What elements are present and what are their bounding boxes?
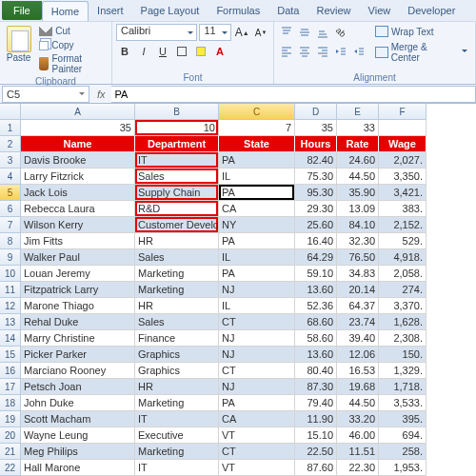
fill-color-button[interactable] bbox=[192, 43, 209, 60]
tab-review[interactable]: Review bbox=[307, 1, 359, 20]
name-box[interactable]: C5 bbox=[2, 86, 89, 103]
cell-E8[interactable]: 32.30 bbox=[337, 233, 379, 249]
cell-C19[interactable]: CA bbox=[219, 411, 295, 427]
border-button[interactable] bbox=[173, 43, 190, 60]
cell-A22[interactable]: Hall Marone bbox=[21, 460, 135, 476]
row-head-11[interactable]: 11 bbox=[0, 282, 21, 298]
cell-E5[interactable]: 35.90 bbox=[337, 185, 379, 201]
underline-button[interactable]: U bbox=[154, 43, 171, 60]
row-head-5[interactable]: 5 bbox=[0, 185, 21, 201]
cell-B5[interactable]: Supply Chain bbox=[135, 185, 219, 201]
select-all-corner[interactable] bbox=[0, 104, 21, 120]
cell-B6[interactable]: R&D bbox=[135, 201, 219, 217]
cell-A21[interactable]: Meg Philips bbox=[21, 444, 135, 460]
cell-E1[interactable]: 33 bbox=[337, 120, 379, 136]
cell-F3[interactable]: 2,027. bbox=[379, 152, 426, 169]
row-head-19[interactable]: 19 bbox=[0, 411, 21, 427]
decrease-indent-button[interactable] bbox=[332, 43, 349, 60]
cell-E22[interactable]: 22.30 bbox=[337, 460, 379, 476]
cell-C16[interactable]: CT bbox=[219, 363, 295, 379]
cell-E20[interactable]: 46.00 bbox=[337, 427, 379, 444]
increase-indent-button[interactable] bbox=[350, 43, 367, 60]
cell-A6[interactable]: Rebecca Laura bbox=[21, 201, 135, 217]
cell-C1[interactable]: 7 bbox=[219, 120, 295, 136]
cell-C8[interactable]: PA bbox=[219, 233, 295, 249]
header-B[interactable]: Department bbox=[135, 136, 219, 152]
cell-B1[interactable]: 10 bbox=[135, 120, 219, 136]
cell-C11[interactable]: NJ bbox=[219, 282, 295, 298]
row-head-17[interactable]: 17 bbox=[0, 379, 21, 395]
header-A[interactable]: Name bbox=[21, 136, 135, 152]
cell-F21[interactable]: 258. bbox=[379, 444, 426, 460]
cell-C7[interactable]: NY bbox=[219, 217, 295, 233]
cell-F11[interactable]: 274. bbox=[379, 282, 426, 298]
cell-F19[interactable]: 395. bbox=[379, 411, 426, 427]
row-head-12[interactable]: 12 bbox=[0, 298, 21, 314]
cell-A8[interactable]: Jim Fitts bbox=[21, 233, 135, 249]
cell-D6[interactable]: 29.30 bbox=[295, 201, 337, 217]
cell-B17[interactable]: HR bbox=[135, 379, 219, 395]
col-head-C[interactable]: C bbox=[219, 104, 295, 120]
row-head-20[interactable]: 20 bbox=[0, 427, 21, 444]
cell-E13[interactable]: 23.74 bbox=[337, 314, 379, 330]
cell-C20[interactable]: VT bbox=[219, 427, 295, 444]
cell-B8[interactable]: HR bbox=[135, 233, 219, 249]
cell-F9[interactable]: 4,918. bbox=[379, 249, 426, 266]
cell-B4[interactable]: Sales bbox=[135, 169, 219, 185]
cell-B10[interactable]: Marketing bbox=[135, 266, 219, 282]
cell-B13[interactable]: Sales bbox=[135, 314, 219, 330]
tab-home[interactable]: Home bbox=[42, 1, 89, 21]
cell-D13[interactable]: 68.60 bbox=[295, 314, 337, 330]
tab-page-layout[interactable]: Page Layout bbox=[132, 1, 208, 20]
row-head-9[interactable]: 9 bbox=[0, 249, 21, 266]
wrap-text-button[interactable]: Wrap Text bbox=[371, 24, 471, 39]
format-painter-button[interactable]: Format Painter bbox=[37, 52, 108, 75]
cell-E6[interactable]: 13.09 bbox=[337, 201, 379, 217]
row-head-4[interactable]: 4 bbox=[0, 169, 21, 185]
header-C[interactable]: State bbox=[219, 136, 295, 152]
cut-button[interactable]: Cut bbox=[37, 24, 108, 37]
cell-B16[interactable]: Graphics bbox=[135, 363, 219, 379]
cell-B7[interactable]: Customer Developm bbox=[135, 217, 219, 233]
row-head-1[interactable]: 1 bbox=[0, 120, 21, 136]
cell-F6[interactable]: 383. bbox=[379, 201, 426, 217]
paste-button[interactable]: Paste bbox=[4, 24, 33, 63]
cell-E7[interactable]: 84.10 bbox=[337, 217, 379, 233]
row-head-16[interactable]: 16 bbox=[0, 363, 21, 379]
cell-C3[interactable]: PA bbox=[219, 152, 295, 169]
copy-button[interactable]: Copy bbox=[37, 38, 108, 51]
cell-A13[interactable]: Rehal Duke bbox=[21, 314, 135, 330]
cell-E12[interactable]: 64.37 bbox=[337, 298, 379, 314]
cell-D10[interactable]: 59.10 bbox=[295, 266, 337, 282]
cell-F18[interactable]: 3,533. bbox=[379, 395, 426, 411]
cell-D18[interactable]: 79.40 bbox=[295, 395, 337, 411]
cell-E21[interactable]: 11.51 bbox=[337, 444, 379, 460]
col-head-F[interactable]: F bbox=[379, 104, 426, 120]
header-D[interactable]: Hours bbox=[295, 136, 337, 152]
col-head-E[interactable]: E bbox=[337, 104, 379, 120]
cell-F17[interactable]: 1,718. bbox=[379, 379, 426, 395]
formula-input[interactable] bbox=[111, 86, 476, 103]
cell-A4[interactable]: Larry Fitzrick bbox=[21, 169, 135, 185]
cell-D20[interactable]: 15.10 bbox=[295, 427, 337, 444]
cell-F10[interactable]: 2,058. bbox=[379, 266, 426, 282]
cell-D12[interactable]: 52.36 bbox=[295, 298, 337, 314]
cell-F13[interactable]: 1,628. bbox=[379, 314, 426, 330]
cell-C15[interactable]: NJ bbox=[219, 347, 295, 363]
cell-B11[interactable]: Marketing bbox=[135, 282, 219, 298]
cell-D1[interactable]: 35 bbox=[295, 120, 337, 136]
cell-D7[interactable]: 25.60 bbox=[295, 217, 337, 233]
header-F[interactable]: Wage bbox=[379, 136, 426, 152]
col-head-B[interactable]: B bbox=[135, 104, 219, 120]
cell-A16[interactable]: Marciano Rooney bbox=[21, 363, 135, 379]
cell-C17[interactable]: NJ bbox=[219, 379, 295, 395]
cell-C4[interactable]: IL bbox=[219, 169, 295, 185]
row-head-15[interactable]: 15 bbox=[0, 347, 21, 363]
cell-D15[interactable]: 13.60 bbox=[295, 347, 337, 363]
cell-A12[interactable]: Marone Thiago bbox=[21, 298, 135, 314]
cell-A5[interactable]: Jack Lois bbox=[21, 185, 135, 201]
cell-D21[interactable]: 22.50 bbox=[295, 444, 337, 460]
align-bottom-button[interactable] bbox=[314, 24, 331, 41]
align-right-button[interactable] bbox=[314, 43, 331, 60]
cell-C22[interactable]: VT bbox=[219, 460, 295, 476]
